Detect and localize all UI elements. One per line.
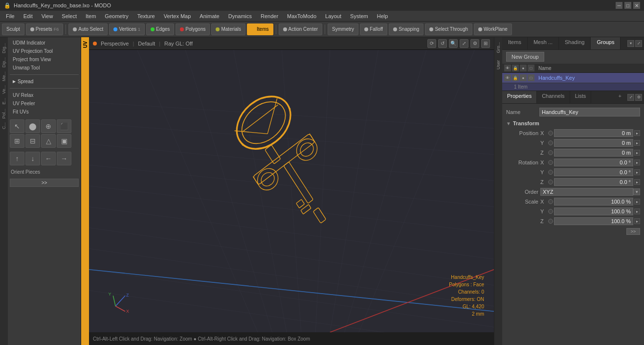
- uv-side-tab[interactable]: UV: [81, 37, 89, 345]
- menu-vertex-map[interactable]: Vertex Map: [160, 12, 195, 20]
- scale-x-value[interactable]: 100.0 %: [554, 198, 633, 206]
- position-x-dot[interactable]: [548, 131, 553, 136]
- viewport-ray-gl[interactable]: Ray GL: Off: [164, 41, 193, 46]
- rotation-x-expand[interactable]: ▸: [634, 160, 640, 165]
- menu-maxtomodo[interactable]: MaxToModo: [283, 12, 320, 20]
- tool-spread[interactable]: ▶ Spread: [10, 78, 79, 85]
- scale-z-dot[interactable]: [548, 219, 553, 224]
- viewport-icon-rotate[interactable]: ⟳: [427, 39, 436, 48]
- scale-x-expand[interactable]: ▸: [634, 199, 640, 205]
- gh-icon-select[interactable]: □: [528, 65, 534, 71]
- viewport-icon-settings[interactable]: ⚙: [470, 39, 479, 48]
- menu-select[interactable]: Select: [58, 12, 81, 20]
- props-tab-add[interactable]: +: [615, 91, 625, 103]
- symmetry-button[interactable]: Symmetry: [328, 23, 358, 35]
- position-z-expand[interactable]: ▸: [634, 150, 640, 156]
- vert-label-dip[interactable]: Dip...: [0, 56, 7, 69]
- icon-box[interactable]: ⬛: [57, 119, 71, 133]
- menu-texture[interactable]: Texture: [133, 12, 159, 20]
- menu-geometry[interactable]: Geometry: [101, 12, 132, 20]
- menu-help[interactable]: Help: [373, 12, 392, 20]
- viewport[interactable]: Perspective | Default | Ray GL: Off ⟳ ↺ …: [89, 37, 494, 345]
- viewport-default[interactable]: Default: [138, 41, 155, 46]
- sculpt-button[interactable]: Sculpt: [2, 23, 24, 35]
- tool-uv-relax[interactable]: UV Relax: [10, 92, 79, 99]
- falloff-button[interactable]: Falloff: [360, 23, 387, 35]
- order-dropdown-arrow[interactable]: ▾: [633, 188, 640, 195]
- gh-icon-render[interactable]: ●: [520, 65, 527, 71]
- icon-move[interactable]: ↖: [10, 119, 24, 133]
- menu-file[interactable]: File: [2, 12, 19, 20]
- position-y-dot[interactable]: [548, 140, 553, 145]
- vert-label-c[interactable]: C...: [0, 121, 7, 130]
- rotation-y-dot[interactable]: [548, 170, 553, 175]
- icon-axis[interactable]: ⊕: [41, 119, 56, 133]
- name-property-input[interactable]: [539, 108, 640, 116]
- icon-grid3[interactable]: ⊟: [25, 134, 40, 148]
- scale-y-dot[interactable]: [548, 209, 553, 214]
- icon-arrow-down[interactable]: ↓: [25, 152, 40, 165]
- workplane-button[interactable]: WorkPlane: [474, 23, 512, 35]
- polygons-button[interactable]: Polygons: [176, 23, 210, 35]
- viewport-canvas[interactable]: Z X Y Handcuffs_Key Polygons : Face Chan…: [89, 50, 494, 332]
- icon-sphere[interactable]: ⬤: [25, 119, 40, 133]
- edges-button[interactable]: Edges: [146, 23, 174, 35]
- more-button[interactable]: >>: [10, 179, 79, 187]
- rotation-z-dot[interactable]: [548, 180, 553, 184]
- rotation-x-dot[interactable]: [548, 160, 553, 165]
- viewport-icon-zoom[interactable]: 🔍: [449, 39, 458, 48]
- props-tab-lists[interactable]: Lists: [570, 91, 592, 103]
- scale-z-expand[interactable]: ▸: [634, 218, 640, 224]
- close-button[interactable]: ✕: [633, 2, 640, 9]
- viewport-perspective[interactable]: Perspective: [101, 41, 129, 46]
- tool-project-from-view[interactable]: Project from View: [10, 56, 79, 63]
- vert-label-e[interactable]: E...: [0, 97, 7, 106]
- minimize-button[interactable]: ─: [616, 2, 622, 9]
- tool-uv-projection[interactable]: UV Projection Tool: [10, 47, 79, 55]
- vert-label-dig[interactable]: Dig...: [0, 42, 7, 54]
- presets-button[interactable]: Presets F6: [26, 23, 63, 35]
- props-icon-settings[interactable]: ⚙: [635, 94, 642, 101]
- tab-items[interactable]: Items: [502, 37, 528, 49]
- materials-button[interactable]: Materials: [211, 23, 245, 35]
- vert-label-pol[interactable]: Pol...: [0, 108, 7, 120]
- icon-triangle[interactable]: △: [41, 134, 56, 148]
- menu-animate[interactable]: Animate: [196, 12, 223, 20]
- vert-label-ve[interactable]: Ve...: [0, 84, 7, 95]
- props-tab-properties[interactable]: Properties: [502, 91, 537, 103]
- scale-z-value[interactable]: 100.0 %: [554, 217, 633, 225]
- icon-arrow-up[interactable]: ↑: [10, 152, 24, 165]
- tool-udim[interactable]: UDIM Indicator: [10, 39, 79, 46]
- action-center-button[interactable]: Action Center: [279, 23, 323, 35]
- tab-shading[interactable]: Shading: [559, 37, 591, 49]
- tool-uv-peeler[interactable]: UV Peeler: [10, 100, 79, 107]
- menu-layout[interactable]: Layout: [321, 12, 345, 20]
- rotation-y-value[interactable]: 0.0 °: [554, 168, 633, 176]
- position-z-dot[interactable]: [548, 150, 553, 155]
- icon-cube[interactable]: ▣: [57, 134, 71, 148]
- maximize-button[interactable]: □: [624, 2, 631, 9]
- position-y-expand[interactable]: ▸: [634, 140, 640, 146]
- gi-icon-eye[interactable]: 👁: [504, 74, 511, 81]
- props-icon-expand[interactable]: ⤢: [627, 94, 634, 101]
- icon-grid2[interactable]: ⊞: [10, 134, 24, 148]
- menu-view[interactable]: View: [38, 12, 57, 20]
- tool-fit-uvs[interactable]: Fit UVs: [10, 108, 79, 115]
- menu-item[interactable]: Item: [82, 12, 100, 20]
- transform-section-header[interactable]: ▼ Transform: [506, 118, 640, 128]
- menu-edit[interactable]: Edit: [20, 12, 37, 20]
- rotation-x-value[interactable]: 0.0 °: [554, 159, 633, 166]
- tab-mesh[interactable]: Mesh ...: [528, 37, 559, 49]
- side-tab-user[interactable]: User: [495, 57, 502, 72]
- items-button[interactable]: Items: [247, 23, 273, 35]
- position-x-value[interactable]: 0 m: [554, 129, 633, 137]
- rotation-y-expand[interactable]: ▸: [634, 169, 640, 175]
- icon-arrow-right[interactable]: →: [57, 152, 71, 165]
- menu-render[interactable]: Render: [257, 12, 282, 20]
- tool-unwrap[interactable]: Unwrap Tool: [10, 64, 79, 71]
- props-tab-channels[interactable]: Channels: [537, 91, 570, 103]
- select-through-button[interactable]: Select Through: [425, 23, 472, 35]
- snapping-button[interactable]: Snapping: [389, 23, 423, 35]
- vertices-button[interactable]: Vertices 1: [109, 23, 145, 35]
- icon-arrow-left[interactable]: ←: [41, 152, 56, 165]
